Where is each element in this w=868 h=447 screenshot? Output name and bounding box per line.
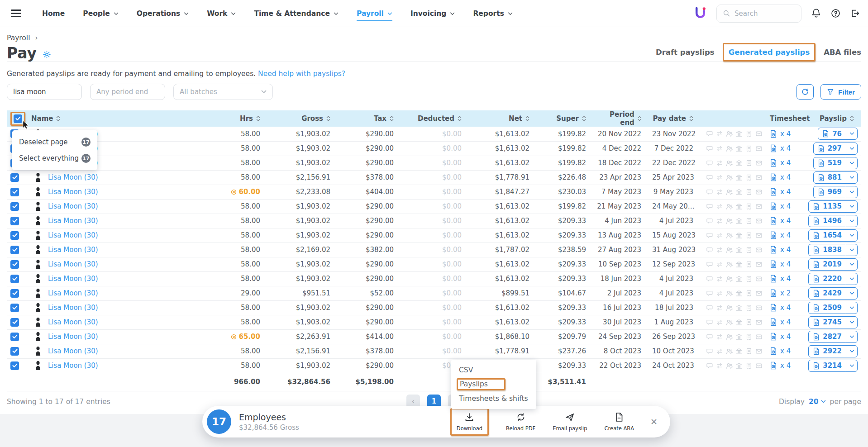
transfer-icon[interactable] bbox=[716, 159, 723, 167]
sort-icon[interactable] bbox=[390, 115, 394, 122]
people-icon[interactable] bbox=[726, 362, 733, 370]
reload-pdf-button[interactable]: Reload PDF bbox=[506, 412, 535, 432]
menu-item-deselect-page[interactable]: Deselect page 17 bbox=[12, 134, 97, 150]
timesheet-link[interactable]: x 4 bbox=[770, 202, 803, 210]
envelope-icon[interactable] bbox=[755, 145, 763, 152]
nav-item-people[interactable]: People bbox=[83, 6, 118, 21]
timesheet-link[interactable]: x 4 bbox=[770, 246, 803, 254]
settings-gear-icon[interactable] bbox=[43, 50, 51, 59]
email-payslip-button[interactable]: Email payslip bbox=[553, 412, 587, 432]
receipt-icon[interactable] bbox=[745, 159, 753, 167]
period-end-filter-input[interactable] bbox=[90, 84, 165, 100]
menu-icon[interactable] bbox=[11, 10, 21, 17]
timesheet-link[interactable]: x 4 bbox=[770, 173, 803, 181]
people-icon[interactable] bbox=[726, 188, 733, 196]
row-checkbox[interactable] bbox=[10, 246, 19, 254]
transfer-icon[interactable] bbox=[716, 275, 723, 283]
comment-icon[interactable] bbox=[706, 362, 713, 370]
people-icon[interactable] bbox=[726, 174, 733, 181]
envelope-icon[interactable] bbox=[755, 188, 763, 196]
help-with-payslips-link[interactable]: Need help with payslips? bbox=[258, 70, 345, 78]
transfer-icon[interactable] bbox=[716, 290, 723, 297]
employee-name-link[interactable]: Lisa Moon (30) bbox=[48, 217, 98, 225]
bank-icon[interactable] bbox=[735, 333, 743, 341]
bank-icon[interactable] bbox=[735, 261, 743, 268]
people-icon[interactable] bbox=[726, 333, 733, 341]
comment-icon[interactable] bbox=[706, 217, 713, 225]
employee-name-link[interactable]: Lisa Moon (30) bbox=[48, 246, 98, 254]
timesheet-link[interactable]: x 4 bbox=[770, 318, 803, 326]
bank-icon[interactable] bbox=[735, 290, 743, 297]
envelope-icon[interactable] bbox=[755, 319, 763, 326]
employee-name-link[interactable]: Lisa Moon (30) bbox=[48, 275, 98, 283]
comment-icon[interactable] bbox=[706, 290, 713, 297]
bank-icon[interactable] bbox=[735, 232, 743, 239]
employee-name-link[interactable]: Lisa Moon (30) bbox=[48, 289, 98, 297]
envelope-icon[interactable] bbox=[755, 333, 763, 341]
receipt-icon[interactable] bbox=[745, 174, 753, 181]
timesheet-link[interactable]: x 4 bbox=[770, 304, 803, 312]
sort-icon[interactable] bbox=[689, 115, 693, 122]
bank-icon[interactable] bbox=[735, 159, 743, 167]
timesheet-link[interactable]: x 4 bbox=[770, 275, 803, 283]
timesheet-link[interactable]: x 4 bbox=[770, 144, 803, 152]
column-header-payslip[interactable]: Payslip bbox=[820, 114, 847, 123]
people-icon[interactable] bbox=[726, 217, 733, 225]
envelope-icon[interactable] bbox=[755, 362, 763, 370]
nav-item-home[interactable]: Home bbox=[42, 6, 65, 21]
payslip-button[interactable]: 1496 bbox=[808, 215, 858, 227]
sort-icon[interactable] bbox=[458, 115, 462, 122]
logout-icon[interactable] bbox=[850, 9, 860, 18]
employee-name-link[interactable]: Lisa Moon (30) bbox=[48, 318, 98, 326]
employee-name-link[interactable]: Lisa Moon (30) bbox=[48, 347, 98, 355]
receipt-icon[interactable] bbox=[745, 347, 753, 355]
employee-name-link[interactable]: Lisa Moon (30) bbox=[48, 173, 98, 181]
employee-name-link[interactable]: Lisa Moon (30) bbox=[48, 260, 98, 268]
row-checkbox[interactable] bbox=[10, 260, 19, 269]
sort-icon[interactable] bbox=[850, 115, 854, 122]
receipt-icon[interactable] bbox=[745, 145, 753, 152]
tab-aba-files[interactable]: ABA files bbox=[824, 48, 861, 57]
envelope-icon[interactable] bbox=[755, 203, 763, 210]
envelope-icon[interactable] bbox=[755, 304, 763, 312]
payslip-button[interactable]: 2745 bbox=[808, 316, 858, 328]
bank-icon[interactable] bbox=[735, 246, 743, 254]
timesheet-link[interactable]: x 4 bbox=[770, 130, 803, 138]
transfer-icon[interactable] bbox=[716, 246, 723, 254]
transfer-icon[interactable] bbox=[716, 217, 723, 225]
transfer-icon[interactable] bbox=[716, 347, 723, 355]
payslip-button[interactable]: 2922 bbox=[808, 345, 858, 357]
nav-item-time-attendance[interactable]: Time & Attendance bbox=[254, 6, 339, 21]
nav-item-work[interactable]: Work bbox=[207, 6, 236, 21]
comment-icon[interactable] bbox=[706, 275, 713, 283]
envelope-icon[interactable] bbox=[755, 347, 763, 355]
row-checkbox[interactable] bbox=[10, 202, 19, 211]
nav-item-invoicing[interactable]: Invoicing bbox=[410, 6, 455, 21]
bank-icon[interactable] bbox=[735, 275, 743, 283]
payslip-button[interactable]: 297 bbox=[813, 143, 858, 155]
bank-icon[interactable] bbox=[735, 188, 743, 196]
sort-icon[interactable] bbox=[326, 115, 330, 122]
create-aba-button[interactable]: Create ABA bbox=[605, 412, 634, 432]
timesheet-link[interactable]: x 4 bbox=[770, 333, 803, 341]
payslip-button[interactable]: 1838 bbox=[808, 244, 858, 256]
menu-item-csv[interactable]: CSV bbox=[451, 364, 536, 376]
timesheet-link[interactable]: x 4 bbox=[770, 231, 803, 239]
sort-icon[interactable] bbox=[525, 115, 529, 122]
receipt-icon[interactable] bbox=[745, 261, 753, 268]
column-header-deducted[interactable]: Deducted bbox=[418, 114, 454, 123]
comment-icon[interactable] bbox=[706, 261, 713, 268]
receipt-icon[interactable] bbox=[745, 246, 753, 254]
refresh-button[interactable] bbox=[796, 84, 814, 100]
employee-name-link[interactable]: Lisa Moon (30) bbox=[48, 304, 98, 312]
row-checkbox[interactable] bbox=[10, 347, 19, 356]
batches-select[interactable]: All batches bbox=[173, 84, 273, 100]
column-header-period-end[interactable]: Period end bbox=[597, 110, 634, 127]
receipt-icon[interactable] bbox=[745, 232, 753, 239]
comment-icon[interactable] bbox=[706, 159, 713, 167]
people-icon[interactable] bbox=[726, 232, 733, 239]
help-icon[interactable] bbox=[831, 9, 840, 18]
bank-icon[interactable] bbox=[735, 145, 743, 152]
row-checkbox[interactable] bbox=[10, 188, 19, 196]
transfer-icon[interactable] bbox=[716, 188, 723, 196]
